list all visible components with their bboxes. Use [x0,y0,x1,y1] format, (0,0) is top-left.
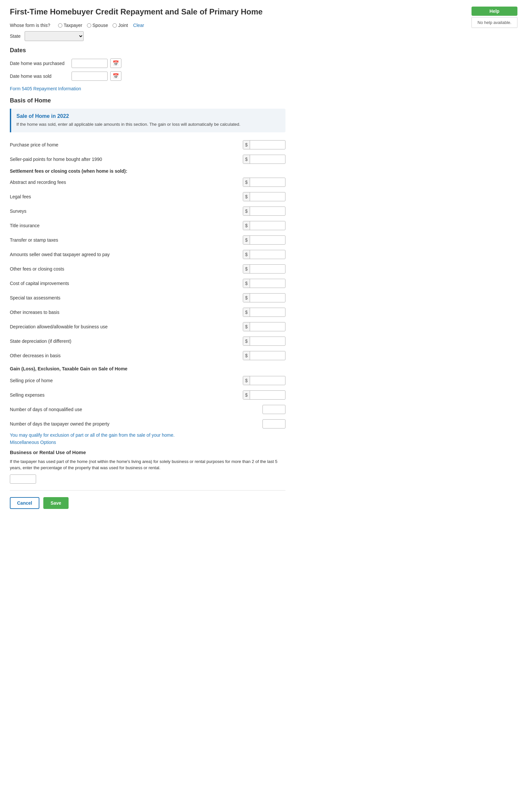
cancel-button[interactable]: Cancel [10,497,39,509]
date-sold-input[interactable] [71,71,108,81]
footer-divider [10,490,285,491]
exclusion-link[interactable]: You may qualify for exclusion of part or… [10,432,285,438]
taxpayer-radio[interactable] [58,23,62,28]
dollar-sign-increases: $ [243,308,250,317]
dollar-sign-amounts: $ [243,250,250,259]
other-increases-row: Other increases to basis $ [10,306,285,318]
dollar-sign-decreases: $ [243,351,250,360]
dollar-sign-selling: $ [243,376,250,385]
days-nonqualified-row: Number of days of nonqualified use [10,403,285,415]
transfer-stamp-input[interactable] [250,236,280,244]
dollar-sign-selling-exp: $ [243,391,250,399]
amounts-seller-input-wrap: $ [243,250,285,259]
legal-fees-input-wrap: $ [243,192,285,201]
depreciation-business-label: Depreciation allowed/allowable for busin… [10,324,243,329]
state-row: State Alabama Alaska Arizona California … [10,31,285,41]
capital-improvements-input[interactable] [250,279,280,288]
amounts-seller-row: Amounts seller owed that taxpayer agreed… [10,249,285,260]
other-decreases-input-wrap: $ [243,351,285,360]
state-depreciation-input[interactable] [250,337,280,346]
dollar-sign-title: $ [243,221,250,230]
other-fees-input[interactable] [250,265,280,273]
state-depreciation-row: State depreciation (if different) $ [10,335,285,347]
joint-radio[interactable] [113,23,117,28]
title-insurance-input[interactable] [250,221,280,230]
selling-expenses-row: Selling expenses $ [10,389,285,401]
special-tax-input[interactable] [250,293,280,302]
title-insurance-label: Title insurance [10,223,243,228]
selling-expenses-input-wrap: $ [243,391,285,400]
joint-option[interactable]: Joint [113,23,128,28]
amounts-seller-label: Amounts seller owed that taxpayer agreed… [10,252,243,257]
save-button[interactable]: Save [43,497,69,509]
dollar-sign-state-depr: $ [243,337,250,346]
dollar-sign-transfer: $ [243,236,250,244]
legal-fees-label: Legal fees [10,194,243,199]
surveys-row: Surveys $ [10,205,285,217]
page-title: First-Time Homebuyer Credit Repayment an… [10,6,285,17]
footer-buttons: Cancel Save [10,497,285,509]
depreciation-business-input[interactable] [250,322,280,331]
days-nonqualified-label: Number of days of nonqualified use [10,407,262,412]
date-purchased-calendar[interactable]: 📅 [110,59,121,68]
business-rental-desc: If the taxpayer has used part of the hom… [10,458,285,471]
transfer-stamp-input-wrap: $ [243,235,285,244]
business-rental-percent-input[interactable] [10,475,36,484]
seller-paid-points-input[interactable] [250,155,280,163]
business-rental-heading: Business or Rental Use of Home [10,449,285,455]
title-insurance-input-wrap: $ [243,221,285,230]
abstract-recording-input[interactable] [250,178,280,187]
purchase-price-row: Purchase price of home $ [10,139,285,151]
spouse-radio[interactable] [87,23,91,28]
dollar-sign-special: $ [243,293,250,302]
surveys-input-wrap: $ [243,207,285,216]
transfer-stamp-label: Transfer or stamp taxes [10,237,243,243]
dates-heading: Dates [10,47,285,54]
taxpayer-option[interactable]: Taxpayer [58,23,82,28]
taxpayer-label: Taxpayer [64,23,82,28]
other-increases-input[interactable] [250,308,280,317]
clear-link[interactable]: Clear [133,23,144,28]
selling-expenses-label: Selling expenses [10,392,243,398]
misc-options-link[interactable]: Miscellaneous Options [10,440,285,445]
state-depreciation-label: State depreciation (if different) [10,338,243,344]
title-insurance-row: Title insurance $ [10,220,285,232]
amounts-seller-input[interactable] [250,250,280,259]
selling-price-input-wrap: $ [243,376,285,385]
dollar-sign-legal: $ [243,192,250,201]
date-sold-calendar[interactable]: 📅 [110,71,121,81]
days-nonqualified-input[interactable] [262,405,285,414]
purchase-price-input[interactable] [250,141,280,149]
date-purchased-input[interactable] [71,59,108,68]
surveys-input[interactable] [250,207,280,216]
special-tax-label: Special tax assessments [10,295,243,300]
days-owned-input[interactable] [262,419,285,429]
other-fees-input-wrap: $ [243,264,285,273]
surveys-label: Surveys [10,208,243,214]
spouse-label: Spouse [93,23,108,28]
sale-of-home-title: Sale of Home in 2022 [16,113,280,119]
other-decreases-input[interactable] [250,351,280,360]
legal-fees-input[interactable] [250,192,280,201]
joint-label: Joint [118,23,128,28]
seller-paid-points-input-wrap: $ [243,155,285,164]
form5405-link[interactable]: Form 5405 Repayment Information [10,86,285,91]
business-rental-section: Business or Rental Use of Home If the ta… [10,449,285,484]
other-increases-label: Other increases to basis [10,309,243,315]
sale-of-home-box: Sale of Home in 2022 If the home was sol… [10,109,285,132]
spouse-option[interactable]: Spouse [87,23,108,28]
selling-price-row: Selling price of home $ [10,375,285,386]
dollar-sign-seller: $ [243,155,250,163]
abstract-recording-label: Abstract and recording fees [10,180,243,185]
sale-of-home-desc: If the home was sold, enter all applicab… [16,121,280,128]
selling-price-input[interactable] [250,376,280,385]
whose-form-row: Whose form is this? Taxpayer Spouse Join… [10,23,285,28]
depreciation-business-row: Depreciation allowed/allowable for busin… [10,321,285,333]
capital-improvements-input-wrap: $ [243,279,285,288]
state-label: State [10,33,21,39]
abstract-recording-input-wrap: $ [243,178,285,187]
state-select[interactable]: Alabama Alaska Arizona California Colora… [24,31,84,41]
selling-expenses-input[interactable] [250,391,280,399]
seller-paid-points-label: Seller-paid points for home bought after… [10,157,243,162]
basis-of-home-heading: Basis of Home [10,97,285,104]
